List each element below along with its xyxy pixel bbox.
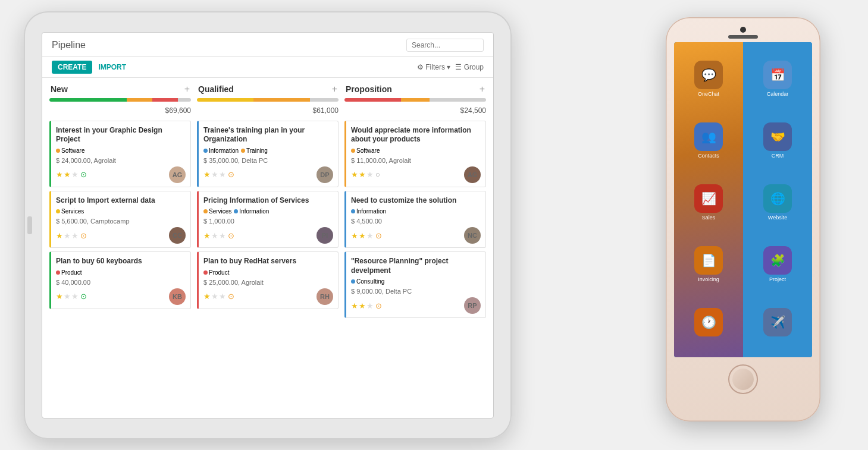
kanban-col-new: New + $69,600 Interest in your Graphic D… [49,84,191,411]
status-icon: ⊙ [375,301,382,310]
phone-body: 💬 OneChat 👥 Contacts 📈 Sales 📄 Invoicing… [666,17,820,421]
card-tags: Software [351,147,481,155]
tag-dot [241,149,245,153]
send-icon-box: ✈️ [763,308,792,336]
table-row[interactable]: Plan to buy 60 keyboards Product $ 40,00… [49,251,191,309]
tag-dot [351,149,355,153]
table-row[interactable]: "Resource Planning" project develpment C… [344,251,486,318]
app-icon-contacts[interactable]: 👥 Contacts [692,119,725,162]
app-icon-calendar[interactable]: 📅 Calendar [761,57,794,100]
col-header-qualified: Qualified + [197,84,339,95]
tablet-screen: Pipeline CREATE IMPORT ⚙ Filters ▾ ☰ Gro… [42,32,494,418]
app-icon-sales[interactable]: 📈 Sales [692,181,725,224]
tag-services: Services [203,207,231,215]
avatar: AG [464,166,481,183]
col-add-new[interactable]: + [184,84,190,95]
avatar: KB [169,288,186,305]
card-footer: ★ ★ ★ ⊙ PI [203,227,333,244]
status-icon: ⊙ [228,170,234,179]
card-tags: Services Information [203,207,333,215]
col-add-qualified[interactable]: + [332,84,337,95]
filters-button[interactable]: ⚙ Filters ▾ [417,63,450,71]
project-label: Project [769,276,786,282]
contacts-label: Contacts [698,153,719,159]
qual-bar-seg1 [197,98,253,102]
col-header-new: New + [49,84,191,95]
status-icon: ⊙ [80,231,87,240]
tag-dot [56,270,60,275]
card-amount: $ 35,000.00, Delta PC [203,157,333,164]
tag-dot [351,209,355,213]
avatar: AG [169,166,186,183]
new-bar-seg4 [178,98,191,102]
prop-bar-seg1 [344,98,401,102]
onechat-icon-box: 💬 [694,61,723,89]
phone-speaker [728,35,758,39]
prop-bar-seg2 [401,98,430,102]
import-button[interactable]: IMPORT [98,63,126,71]
avatar: NC [464,227,481,244]
avatar: PI [317,227,333,244]
group-button[interactable]: ☰ Group [455,63,484,71]
table-row[interactable]: Script to Import external data Services … [49,191,191,248]
col-header-proposition: Proposition + [344,84,486,95]
card-title: Plan to buy RedHat servers [203,257,333,266]
table-row[interactable]: Interest in your Graphic Design Project … [49,121,191,187]
avatar: RH [317,288,333,305]
status-icon: ⊙ [228,292,234,301]
crm-label: CRM [772,153,784,159]
card-amount: $ 11,000.00, Agrolait [351,157,481,164]
table-row[interactable]: Trainee's training plan in your Organiza… [197,121,339,187]
tag-software: Software [56,147,84,155]
app-icon-send[interactable]: ✈️ [761,304,794,342]
table-row[interactable]: Pricing Information of Services Services… [197,191,339,248]
card-footer: ★ ★ ★ ⊙ NC [351,227,481,244]
card-title: Pricing Information of Services [203,196,333,206]
kanban-col-proposition: Proposition + $24,500 Would appreciate m… [344,84,486,411]
card-footer: ★ ★ ★ ⊙ KB [56,288,186,305]
stars: ★ ★ ★ [56,170,79,179]
search-input[interactable] [406,39,484,52]
app-icon-crm[interactable]: 🤝 CRM [761,119,794,162]
kanban-col-qualified: Qualified + $61,000 Trainee's training p… [197,84,339,411]
stars: ★ ★ ★ [351,301,374,310]
table-row[interactable]: Plan to buy RedHat servers Product $ 25,… [197,251,339,309]
phone-home-button[interactable] [728,364,758,394]
app-icon-invoicing[interactable]: 📄 Invoicing [692,243,725,286]
card-tags: Product [56,269,186,276]
invoicing-icon-box: 📄 [694,246,723,275]
card-tags: Information [351,207,481,215]
crm-icon-box: 🤝 [763,122,792,151]
app-icon-onechat[interactable]: 💬 OneChat [692,57,725,100]
phone-right-column: 📅 Calendar 🤝 CRM 🌐 Website 🧩 Project ✈️ [743,42,812,357]
tag-information: Information [351,207,386,215]
status-icon: ⊙ [80,292,87,301]
card-footer: ★ ★ ★ ⊙ CC [56,227,186,244]
card-footer: ★ ★ ★ ⊙ DP [203,166,333,183]
proposition-progress-bar [344,98,486,102]
tablet-side-button [27,216,32,234]
phone-camera [740,27,746,33]
col-add-proposition[interactable]: + [480,84,485,95]
create-button[interactable]: CREATE [52,61,92,74]
avatar: CC [169,227,186,244]
tag-dot [203,149,208,153]
qual-bar-seg2 [253,98,310,102]
stars: ★ ★ ★ [351,231,374,240]
card-footer: ★ ★ ★ ⊙ RP [351,297,481,314]
app-icon-clock[interactable]: 🕐 [692,304,725,342]
card-tags: Consulting [351,278,481,285]
website-icon-box: 🌐 [763,184,792,213]
table-row[interactable]: Need to customize the solution Informati… [344,191,486,248]
filter-icon: ⚙ [417,63,425,71]
app-icon-project[interactable]: 🧩 Project [761,243,794,286]
table-row[interactable]: Would appreciate more information about … [344,121,486,187]
card-title: Would appreciate more information about … [351,126,481,144]
card-title: Interest in your Graphic Design Project [56,126,186,144]
app-icon-website[interactable]: 🌐 Website [761,181,794,224]
card-tags: Product [203,269,333,276]
avatar: DP [317,166,333,183]
phone-left-column: 💬 OneChat 👥 Contacts 📈 Sales 📄 Invoicing… [674,42,743,357]
card-amount: $ 5,600.00, Camptocamp [56,218,186,225]
tag-dot [203,209,208,213]
